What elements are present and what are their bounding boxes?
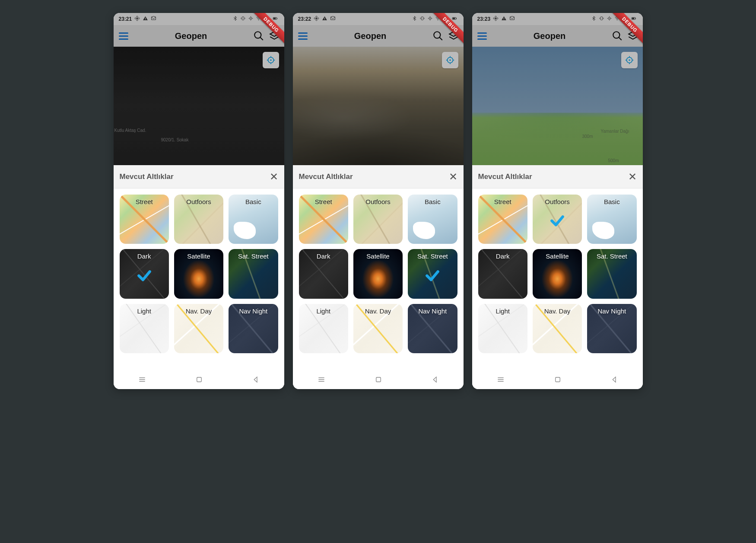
search-icon[interactable]	[432, 30, 444, 42]
tile-label: Nav. Day	[186, 307, 212, 315]
basemap-tile-satellite[interactable]: Satellite	[533, 249, 582, 298]
close-icon[interactable]: ✕	[628, 172, 637, 182]
tile-label: Light	[316, 307, 330, 315]
basemap-tile-outdoors[interactable]: Outfoors	[174, 195, 223, 244]
locate-button[interactable]	[263, 52, 279, 68]
back-icon[interactable]	[610, 376, 618, 383]
basemap-tile-basic[interactable]: Basic	[587, 195, 636, 244]
basemap-tile-basic[interactable]: Basic	[408, 195, 457, 244]
flower-icon	[493, 16, 499, 22]
map-view[interactable]: Yamanlar Dağı300m500m	[472, 47, 643, 165]
location-icon	[248, 16, 254, 22]
basemap-tile-dark[interactable]: Dark	[120, 249, 169, 298]
close-icon[interactable]: ✕	[270, 172, 278, 182]
home-icon[interactable]	[375, 376, 382, 383]
back-icon[interactable]	[431, 376, 439, 383]
basemap-tile-satstreet[interactable]: Sat. Street	[587, 249, 636, 298]
tile-label: Satellite	[187, 252, 210, 260]
svg-point-4	[138, 18, 140, 19]
recent-apps-icon[interactable]	[317, 375, 326, 384]
svg-rect-56	[556, 377, 560, 382]
menu-button[interactable]	[476, 30, 488, 42]
svg-point-55	[629, 59, 630, 61]
recent-apps-icon[interactable]	[496, 375, 505, 384]
tile-label: Sat. Street	[597, 252, 627, 260]
basemap-tile-navnight[interactable]: Nav Night	[229, 304, 278, 353]
svg-point-40	[495, 19, 496, 21]
basemap-tile-outdoors[interactable]: Outfoors	[353, 195, 403, 244]
basemap-sheet: Mevcut Altlıklar ✕ Street Outfoors Basic…	[114, 165, 284, 359]
basemap-tile-dark[interactable]: Dark	[299, 249, 348, 298]
basemap-tile-light[interactable]: Light	[120, 304, 169, 353]
tile-label: Satellite	[546, 252, 569, 260]
basemap-tile-navday[interactable]: Nav. Day	[533, 304, 582, 353]
basemap-tile-basic[interactable]: Basic	[229, 195, 278, 244]
status-time: 23:23	[477, 16, 491, 22]
sheet-header: Mevcut Altlıklar ✕	[293, 165, 464, 188]
basemap-grid: Street Outfoors Basic Dark Satellite Sat…	[472, 188, 643, 359]
svg-point-28	[429, 18, 430, 19]
map-view[interactable]: Kutlu Aktaş Cad.9020/1. Sokak9006/2. Sok…	[114, 47, 284, 165]
svg-point-20	[316, 16, 317, 17]
sheet-title: Mevcut Altlıklar	[478, 172, 532, 181]
basemap-tile-navnight[interactable]: Nav Night	[408, 304, 457, 353]
vibrate-icon	[599, 16, 604, 22]
svg-point-42	[497, 18, 498, 19]
search-icon[interactable]	[253, 30, 264, 42]
basemap-tile-satellite[interactable]: Satellite	[174, 249, 223, 298]
home-icon[interactable]	[195, 376, 203, 383]
close-icon[interactable]: ✕	[449, 172, 457, 182]
tile-label: Outfoors	[186, 198, 211, 205]
basemap-tile-outdoors[interactable]: Outfoors	[533, 195, 582, 244]
locate-button[interactable]	[442, 52, 458, 68]
menu-button[interactable]	[118, 30, 129, 42]
svg-rect-6	[145, 19, 146, 20]
basemap-tile-street[interactable]: Street	[478, 195, 527, 244]
sheet-header: Mevcut Altlıklar ✕	[472, 165, 643, 188]
basemap-tile-satstreet[interactable]: Sat. Street	[408, 249, 457, 298]
basemap-tile-light[interactable]: Light	[299, 304, 348, 353]
tile-label: Light	[496, 307, 510, 315]
basemap-tile-navday[interactable]: Nav. Day	[174, 304, 223, 353]
basemap-tile-light[interactable]: Light	[478, 304, 527, 353]
svg-point-17	[270, 59, 272, 61]
map-view[interactable]	[293, 47, 464, 165]
basemap-tile-satellite[interactable]: Satellite	[353, 249, 403, 298]
tile-label: Street	[136, 198, 153, 205]
back-icon[interactable]	[252, 376, 260, 383]
svg-point-41	[493, 18, 495, 19]
tile-label: Basic	[604, 198, 620, 205]
recent-apps-icon[interactable]	[138, 375, 146, 384]
basemap-tile-street[interactable]: Street	[120, 195, 169, 244]
tile-label: Sat. Street	[238, 252, 269, 260]
basemap-tile-street[interactable]: Street	[299, 195, 348, 244]
basemap-tile-dark[interactable]: Dark	[478, 249, 527, 298]
phone-screen-0: DEBUG 23:21 Geopen Kutlu Aktaş Cad.9020/…	[114, 13, 284, 389]
svg-point-38	[495, 18, 496, 19]
mail-icon	[330, 16, 336, 22]
menu-button[interactable]	[297, 30, 308, 42]
tile-label: Dark	[137, 252, 151, 260]
svg-point-19	[316, 18, 317, 19]
home-icon[interactable]	[554, 376, 562, 383]
app-title: Geopen	[313, 31, 428, 41]
svg-point-1	[137, 16, 138, 17]
alert-icon	[143, 16, 148, 22]
svg-point-15	[254, 32, 261, 38]
tile-label: Outfoors	[545, 198, 570, 205]
svg-point-48	[616, 20, 617, 20]
mail-icon	[509, 16, 515, 22]
alert-icon	[322, 16, 327, 22]
basemap-tile-satstreet[interactable]: Sat. Street	[229, 249, 278, 298]
locate-button[interactable]	[621, 52, 638, 68]
tile-label: Satellite	[366, 252, 389, 260]
system-nav-bar	[472, 370, 643, 389]
vibrate-icon	[240, 16, 246, 22]
alert-icon	[501, 16, 507, 22]
system-nav-bar	[114, 370, 284, 389]
basemap-tile-navnight[interactable]: Nav Night	[587, 304, 636, 353]
search-icon[interactable]	[612, 30, 623, 42]
phone-screen-2: DEBUG 23:23 Geopen Yamanlar Dağı300m500m…	[472, 13, 643, 389]
app-title: Geopen	[133, 31, 249, 41]
basemap-tile-navday[interactable]: Nav. Day	[353, 304, 403, 353]
